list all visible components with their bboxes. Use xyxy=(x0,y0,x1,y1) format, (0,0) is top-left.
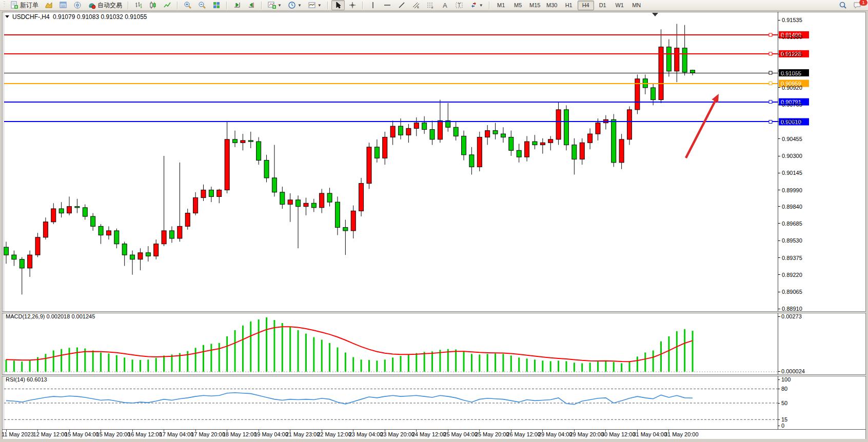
arrows-tool-button[interactable]: ▼ xyxy=(467,0,486,10)
new-order-button[interactable]: 新订单 xyxy=(8,0,41,10)
line-chart-mode-icon xyxy=(163,1,171,9)
text-tool-button[interactable]: A xyxy=(438,0,451,10)
candle xyxy=(564,105,568,150)
toolbar-grip[interactable] xyxy=(4,2,5,9)
timeframe-d1[interactable]: D1 xyxy=(595,1,611,10)
chart-canvas: 0.914000.912280.910550.909590.907910.906… xyxy=(0,0,868,442)
timeframe-m30[interactable]: M30 xyxy=(544,1,560,10)
macd-scale-min: 0.000024 xyxy=(781,368,805,374)
candle xyxy=(359,178,364,216)
zoom-out-button[interactable] xyxy=(195,0,209,10)
timeframe-mn[interactable]: MN xyxy=(628,1,645,10)
candle xyxy=(635,74,640,114)
candle xyxy=(367,143,371,189)
line-chart-mode-button[interactable] xyxy=(161,0,174,10)
periods-button[interactable]: ▼ xyxy=(285,0,304,10)
timeframe-m1[interactable]: M1 xyxy=(493,1,509,10)
auto-scroll-button[interactable] xyxy=(230,0,244,10)
svg-text:F: F xyxy=(431,6,433,9)
toolbar-separator xyxy=(327,2,328,9)
rsi-pane-splitter[interactable] xyxy=(2,374,866,376)
price-tick-label: 0.90455 xyxy=(782,136,802,142)
search-button[interactable] xyxy=(836,0,850,10)
timeframe-m15[interactable]: M15 xyxy=(527,1,543,10)
cursor-tool-button[interactable] xyxy=(331,0,345,10)
time-tick-label: 22 May 12:00 xyxy=(317,431,351,437)
bar-chart-mode-button[interactable] xyxy=(132,0,145,10)
toolbar-separator xyxy=(362,2,363,9)
vertical-line-tool-button[interactable] xyxy=(366,0,380,10)
crosshair-tool-button[interactable] xyxy=(346,0,359,10)
time-tick-label: 15 May 04:00 xyxy=(65,431,99,437)
timeframe-m5[interactable]: M5 xyxy=(510,1,526,10)
price-tick-label: 0.89220 xyxy=(782,272,802,278)
price-tick-label: 0.89990 xyxy=(782,187,802,193)
time-tick-label: 23 May 20:00 xyxy=(380,431,415,437)
svg-text:T: T xyxy=(458,3,461,8)
time-tick-label: 25 May 04:00 xyxy=(443,431,478,437)
timeframe-group: M1M5M15M30H1H4D1W1MN xyxy=(493,1,645,10)
price-tick-label: 0.90145 xyxy=(782,170,802,176)
time-tick-label: 19 May 04:00 xyxy=(254,431,288,437)
chart-ohlc-readout: 0.91079 0.91083 0.91032 0.91055 xyxy=(53,13,147,21)
time-tick-label: 26 May 12:00 xyxy=(506,431,541,437)
zoom-in-button[interactable] xyxy=(181,0,194,10)
price-tick-label: 0.89840 xyxy=(782,204,802,210)
auto-scroll-icon xyxy=(233,1,241,9)
svg-text:E: E xyxy=(417,6,419,9)
navigator-button[interactable] xyxy=(71,0,84,10)
autotrading-button[interactable]: 自动交易 xyxy=(85,0,125,10)
tile-windows-icon xyxy=(212,1,221,9)
time-tick-label: 11 May 2023 xyxy=(2,431,34,437)
toolbar-separator xyxy=(489,2,490,9)
chart-profiles-icon xyxy=(45,1,53,9)
notifications-button[interactable]: 1 xyxy=(851,0,866,10)
timeframe-w1[interactable]: W1 xyxy=(611,1,628,10)
time-tick-label: 31 May 20:00 xyxy=(664,431,699,437)
time-axis[interactable]: 11 May 202312 May 12:0015 May 04:0015 Ma… xyxy=(2,430,699,437)
rsi-label: RSI(14) 60.6013 xyxy=(6,376,47,383)
toolbar-separator xyxy=(177,2,178,9)
rsi-scale-label: 15 xyxy=(781,416,787,423)
chart-shift-button[interactable] xyxy=(245,0,258,10)
trendline-tool-button[interactable] xyxy=(395,0,408,10)
timeframe-h1[interactable]: H1 xyxy=(561,1,577,10)
timeframe-h4[interactable]: H4 xyxy=(578,1,594,10)
price-tick-label: 0.89065 xyxy=(782,289,802,295)
toolbar-separator xyxy=(128,2,129,9)
price-tick-label: 0.90300 xyxy=(782,153,802,159)
zoom-out-icon xyxy=(198,1,206,9)
time-tick-label: 25 May 20:00 xyxy=(475,431,509,437)
autotrading-label: 自动交易 xyxy=(97,1,122,10)
dropdown-caret-icon: ▼ xyxy=(298,3,302,8)
bar-chart-mode-icon xyxy=(134,1,143,9)
rsi-scale-label: 100 xyxy=(781,376,791,383)
indicators-button[interactable]: ▼ xyxy=(265,0,284,10)
horizontal-line-tool-button[interactable] xyxy=(381,0,394,10)
text-label-tool-button[interactable]: T xyxy=(452,0,466,10)
chart-profiles-button[interactable] xyxy=(42,0,55,10)
toolbar-separator xyxy=(261,2,262,9)
text-label-icon: T xyxy=(455,1,463,9)
tile-windows-button[interactable] xyxy=(210,0,223,10)
time-tick-label: 24 May 12:00 xyxy=(412,431,446,437)
chart-shift-icon xyxy=(247,1,255,9)
candlestick-mode-button[interactable] xyxy=(146,0,160,10)
fibonacci-tool-button[interactable]: F xyxy=(424,0,437,10)
indicators-icon xyxy=(268,1,276,9)
price-tick-label: 0.90920 xyxy=(782,85,802,91)
macd-pane-splitter[interactable] xyxy=(2,311,866,313)
fibonacci-icon: F xyxy=(426,1,435,9)
zoom-in-icon xyxy=(184,1,192,9)
dropdown-caret-icon: ▼ xyxy=(479,3,483,8)
candlestick-mode-icon xyxy=(149,1,157,9)
channel-tool-button[interactable]: E xyxy=(409,0,423,10)
time-tick-label: 29 May 04:00 xyxy=(538,431,573,437)
market-watch-button[interactable] xyxy=(56,0,70,10)
time-tick-label: 31 May 04:00 xyxy=(633,431,667,437)
templates-button[interactable]: ▼ xyxy=(305,0,324,10)
time-tick-label: 15 May 20:00 xyxy=(96,431,131,437)
time-tick-label: 29 May 20:00 xyxy=(569,431,604,437)
time-tick-label: 30 May 12:00 xyxy=(601,431,636,437)
time-tick-label: 16 May 12:00 xyxy=(128,431,162,437)
